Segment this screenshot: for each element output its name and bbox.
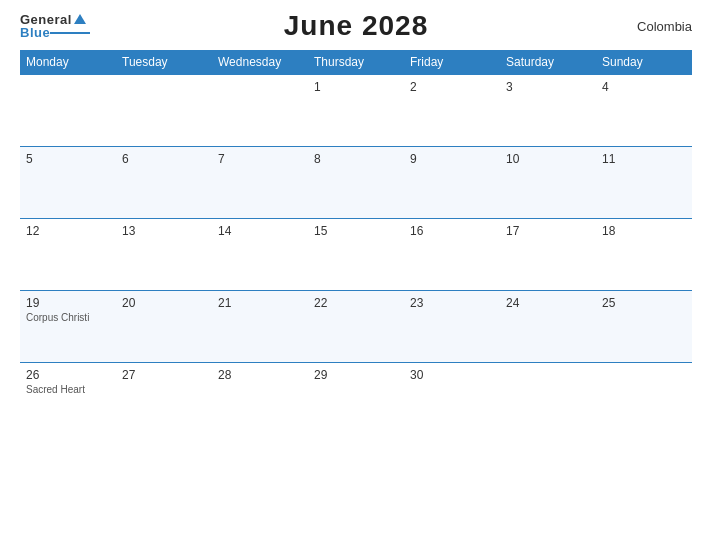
calendar-body: 12345678910111213141516171819Corpus Chri… — [20, 75, 692, 435]
day-number: 4 — [602, 80, 686, 94]
month-title: June 2028 — [284, 10, 428, 42]
day-number: 29 — [314, 368, 398, 382]
calendar-cell — [500, 363, 596, 435]
weekday-header-sunday: Sunday — [596, 50, 692, 75]
calendar-cell: 18 — [596, 219, 692, 291]
weekday-header-saturday: Saturday — [500, 50, 596, 75]
day-number: 25 — [602, 296, 686, 310]
day-number: 21 — [218, 296, 302, 310]
calendar-cell: 23 — [404, 291, 500, 363]
day-number: 23 — [410, 296, 494, 310]
week-row-5: 26Sacred Heart27282930 — [20, 363, 692, 435]
weekday-header-wednesday: Wednesday — [212, 50, 308, 75]
calendar-cell: 6 — [116, 147, 212, 219]
weekday-header-friday: Friday — [404, 50, 500, 75]
logo-blue-text: Blue — [20, 26, 50, 39]
holiday-label: Sacred Heart — [26, 384, 110, 395]
week-row-1: 1234 — [20, 75, 692, 147]
week-row-4: 19Corpus Christi202122232425 — [20, 291, 692, 363]
logo-triangle-icon — [74, 14, 86, 24]
day-number: 13 — [122, 224, 206, 238]
holiday-label: Corpus Christi — [26, 312, 110, 323]
calendar-cell: 12 — [20, 219, 116, 291]
day-number: 18 — [602, 224, 686, 238]
day-number: 6 — [122, 152, 206, 166]
calendar-cell: 29 — [308, 363, 404, 435]
calendar-header: General Blue June 2028 Colombia — [20, 10, 692, 42]
calendar-cell: 7 — [212, 147, 308, 219]
day-number: 3 — [506, 80, 590, 94]
calendar-cell — [596, 363, 692, 435]
calendar-cell: 4 — [596, 75, 692, 147]
calendar-cell — [212, 75, 308, 147]
day-number: 30 — [410, 368, 494, 382]
day-number: 15 — [314, 224, 398, 238]
calendar-cell: 30 — [404, 363, 500, 435]
day-number: 9 — [410, 152, 494, 166]
country-label: Colombia — [637, 19, 692, 34]
calendar-cell: 20 — [116, 291, 212, 363]
calendar-cell: 10 — [500, 147, 596, 219]
calendar-cell: 28 — [212, 363, 308, 435]
calendar-cell: 21 — [212, 291, 308, 363]
calendar-cell: 2 — [404, 75, 500, 147]
calendar-cell: 25 — [596, 291, 692, 363]
calendar-cell: 13 — [116, 219, 212, 291]
week-row-3: 12131415161718 — [20, 219, 692, 291]
calendar-cell: 1 — [308, 75, 404, 147]
calendar-cell: 11 — [596, 147, 692, 219]
day-number: 16 — [410, 224, 494, 238]
week-row-2: 567891011 — [20, 147, 692, 219]
day-number: 24 — [506, 296, 590, 310]
calendar-cell: 19Corpus Christi — [20, 291, 116, 363]
day-number: 1 — [314, 80, 398, 94]
calendar-cell: 22 — [308, 291, 404, 363]
calendar-cell: 3 — [500, 75, 596, 147]
calendar-cell: 24 — [500, 291, 596, 363]
calendar-cell: 27 — [116, 363, 212, 435]
day-number: 11 — [602, 152, 686, 166]
calendar-cell: 9 — [404, 147, 500, 219]
calendar-cell — [116, 75, 212, 147]
day-number: 8 — [314, 152, 398, 166]
day-number: 7 — [218, 152, 302, 166]
calendar-cell: 26Sacred Heart — [20, 363, 116, 435]
day-number: 5 — [26, 152, 110, 166]
day-number: 28 — [218, 368, 302, 382]
logo-underline — [50, 32, 90, 34]
weekday-row: MondayTuesdayWednesdayThursdayFridaySatu… — [20, 50, 692, 75]
day-number: 19 — [26, 296, 110, 310]
day-number: 26 — [26, 368, 110, 382]
calendar-cell: 16 — [404, 219, 500, 291]
day-number: 17 — [506, 224, 590, 238]
calendar-cell: 5 — [20, 147, 116, 219]
calendar-table: MondayTuesdayWednesdayThursdayFridaySatu… — [20, 50, 692, 435]
calendar-cell: 17 — [500, 219, 596, 291]
day-number: 12 — [26, 224, 110, 238]
weekday-header-monday: Monday — [20, 50, 116, 75]
day-number: 14 — [218, 224, 302, 238]
calendar-cell: 14 — [212, 219, 308, 291]
calendar-header-row: MondayTuesdayWednesdayThursdayFridaySatu… — [20, 50, 692, 75]
day-number: 22 — [314, 296, 398, 310]
calendar-cell: 8 — [308, 147, 404, 219]
day-number: 20 — [122, 296, 206, 310]
day-number: 2 — [410, 80, 494, 94]
calendar-cell — [20, 75, 116, 147]
day-number: 27 — [122, 368, 206, 382]
weekday-header-tuesday: Tuesday — [116, 50, 212, 75]
logo: General Blue — [20, 13, 90, 39]
day-number: 10 — [506, 152, 590, 166]
calendar-cell: 15 — [308, 219, 404, 291]
weekday-header-thursday: Thursday — [308, 50, 404, 75]
